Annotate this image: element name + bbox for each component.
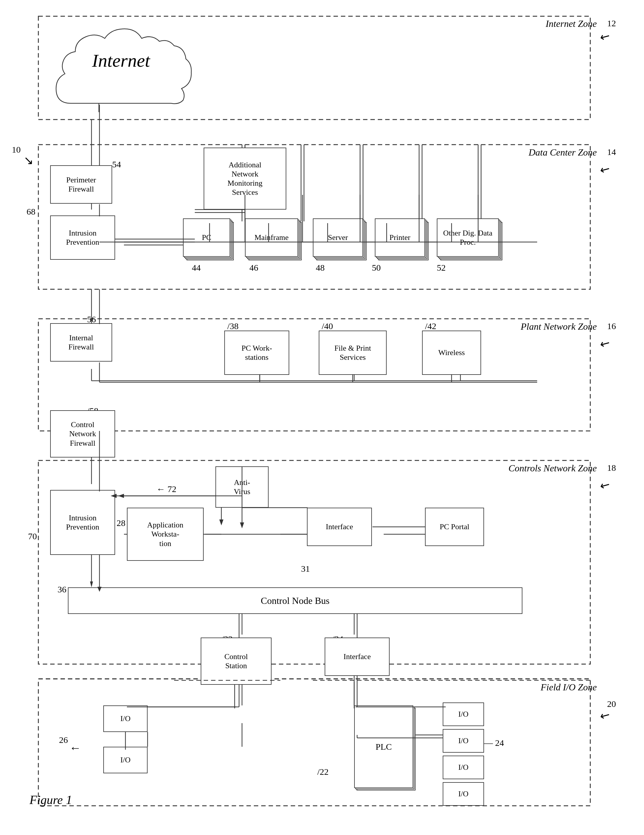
io-horizontal-line bbox=[127, 705, 236, 708]
io-top-box: I/O bbox=[103, 705, 148, 732]
plc-ref: /22 bbox=[317, 767, 328, 777]
perimeter-firewall-box: Perimeter Firewall bbox=[50, 165, 112, 204]
app-workstation-box: Application Worksta- tion bbox=[127, 508, 204, 561]
data-center-zone-ref: 14 bbox=[607, 147, 616, 157]
internal-firewall-box: Internal Firewall bbox=[50, 323, 112, 362]
internet-zone-label: Internet Zone bbox=[546, 18, 597, 29]
ref-arrow-12: ↙ bbox=[597, 28, 613, 45]
interface34-down-line bbox=[353, 676, 356, 708]
control-node-bus-box: Control Node Bus bbox=[68, 587, 522, 614]
field-io-zone-label: Field I/O Zone bbox=[541, 682, 597, 693]
server-ref: 48 bbox=[316, 263, 324, 273]
perimeter-firewall-ref: 54 bbox=[112, 159, 121, 169]
svg-rect-2 bbox=[38, 319, 590, 431]
pc-portal-box: PC Portal bbox=[425, 508, 484, 546]
pc-workstations-box: PC Work- stations bbox=[224, 331, 289, 375]
plc-io-4-box: I/O bbox=[443, 782, 484, 806]
internet-cloud: Internet bbox=[47, 21, 195, 112]
plc-io-ref: — 24 bbox=[484, 738, 504, 748]
ref-arrow-10: ↘ bbox=[24, 153, 34, 167]
io-connect-line bbox=[124, 732, 127, 750]
control-node-bus-ref: 36 bbox=[58, 585, 67, 595]
control-station-box: Control Station bbox=[201, 638, 271, 685]
additional-network-box: Additional Network Monitoring Services bbox=[204, 148, 286, 210]
plc-io-2-box: I/O bbox=[443, 729, 484, 753]
plc-io-3-box: I/O bbox=[443, 755, 484, 779]
plc-io-1-box: I/O bbox=[443, 702, 484, 726]
wireless-ref: /42 bbox=[425, 321, 436, 331]
field-io-zone-ref: 20 bbox=[607, 699, 616, 709]
internet-zone-ref: 12 bbox=[607, 18, 616, 28]
pc-workstations-ref: /38 bbox=[227, 321, 238, 331]
figure-caption: Figure 1 bbox=[29, 793, 72, 807]
app-workstation-ref: 28 bbox=[117, 518, 125, 528]
svg-marker-32 bbox=[118, 494, 124, 498]
plant-network-zone-ref: 16 bbox=[607, 321, 616, 331]
svg-rect-4 bbox=[38, 679, 590, 806]
printer-ref: 50 bbox=[372, 263, 381, 273]
controls-network-zone-ref: 18 bbox=[607, 463, 616, 473]
diagram: Internet Zone 12 ↙ Internet 10 ↘ Perimet… bbox=[0, 0, 644, 835]
svg-marker-34 bbox=[219, 520, 224, 525]
ref-arrow-18: ↙ bbox=[597, 477, 613, 494]
ref-arrow-26: ← bbox=[69, 741, 81, 755]
svg-rect-1 bbox=[38, 145, 590, 289]
pc-ref: 44 bbox=[192, 263, 201, 273]
ref-arrow-14: ↙ bbox=[597, 161, 613, 178]
intrusion-prev-1-ref: 68 bbox=[27, 206, 36, 217]
ref-arrow-16: ↙ bbox=[597, 335, 613, 352]
file-print-ref: /40 bbox=[322, 321, 333, 331]
other-dig-ref: 52 bbox=[437, 263, 446, 273]
svg-rect-3 bbox=[38, 460, 590, 664]
svg-marker-83 bbox=[240, 522, 244, 528]
control-network-firewall-box: Control Network Firewall bbox=[50, 410, 115, 458]
io-bottom-box: I/O bbox=[103, 747, 148, 773]
arrow-72-label: ← 72 bbox=[156, 484, 177, 494]
svg-marker-39 bbox=[90, 582, 93, 587]
interface-34-box: Interface bbox=[324, 638, 389, 676]
internal-firewall-ref: 56 bbox=[87, 314, 96, 324]
ref-arrow-20: ↙ bbox=[597, 707, 613, 724]
wireless-box: Wireless bbox=[422, 331, 481, 375]
intrusion-prevention-1-box: Intrusion Prevention bbox=[50, 216, 115, 260]
mainframe-ref: 46 bbox=[250, 263, 258, 273]
internet-label: Internet bbox=[62, 50, 180, 71]
controls-network-zone-label: Controls Network Zone bbox=[509, 463, 597, 474]
diagram-ref-10: 10 bbox=[12, 145, 21, 155]
intrusion-prevention-2-box: Intrusion Prevention bbox=[50, 490, 115, 555]
interface-31-ref: 31 bbox=[301, 564, 310, 574]
io-stack-ref: 26 bbox=[59, 735, 68, 745]
cs-to-io-line bbox=[233, 685, 236, 708]
anti-virus-box: Anti- Virus bbox=[216, 466, 269, 508]
file-print-box: File & Print Services bbox=[319, 331, 387, 375]
interface-31-box: Interface bbox=[307, 508, 372, 546]
intrusion-prev-2-ref: 70 bbox=[28, 531, 37, 541]
interface34-to-plc-line bbox=[356, 705, 446, 708]
data-center-zone-label: Data Center Zone bbox=[529, 147, 597, 158]
plant-network-zone-label: Plant Network Zone bbox=[521, 321, 597, 332]
